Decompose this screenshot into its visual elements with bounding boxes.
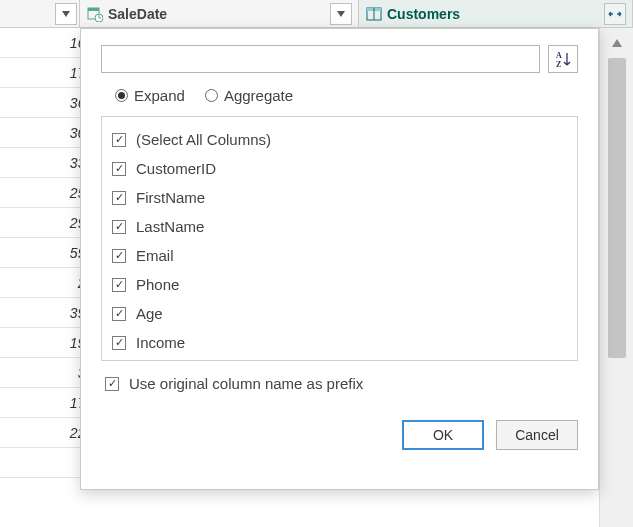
- column-check-item[interactable]: Income: [112, 328, 567, 357]
- checkbox-icon: [105, 377, 119, 391]
- column-name-label: (Select All Columns): [136, 131, 271, 148]
- sort-az-icon: A Z: [554, 50, 572, 68]
- column-name-label: Email: [136, 247, 174, 264]
- table-column-icon: [365, 5, 383, 23]
- svg-rect-1: [88, 8, 99, 11]
- svg-text:Z: Z: [556, 60, 561, 68]
- header-cell-blank: [0, 0, 80, 27]
- radio-expand-label: Expand: [134, 87, 185, 104]
- column-name-label: FirstName: [136, 189, 205, 206]
- checkbox-icon: [112, 336, 126, 350]
- sort-button[interactable]: A Z: [548, 45, 578, 73]
- radio-aggregate-label: Aggregate: [224, 87, 293, 104]
- checkbox-icon: [112, 307, 126, 321]
- column-check-item[interactable]: CustomerID: [112, 154, 567, 183]
- radio-expand[interactable]: Expand: [115, 87, 185, 104]
- header-cell-saledate[interactable]: SaleDate: [80, 0, 359, 27]
- ok-button[interactable]: OK: [402, 420, 484, 450]
- checkbox-icon: [112, 191, 126, 205]
- column-name-label: Age: [136, 305, 163, 322]
- datetime-column-icon: [86, 5, 104, 23]
- checkbox-icon: [112, 278, 126, 292]
- checkbox-icon: [112, 133, 126, 147]
- scroll-up-icon[interactable]: [606, 32, 628, 54]
- chevron-down-icon: [62, 11, 70, 17]
- checkbox-icon: [112, 220, 126, 234]
- radio-aggregate[interactable]: Aggregate: [205, 87, 293, 104]
- svg-text:A: A: [556, 51, 562, 60]
- column-name-label: Phone: [136, 276, 179, 293]
- header-cell-customers[interactable]: Customers: [359, 0, 633, 27]
- column-check-item[interactable]: Age: [112, 299, 567, 328]
- cancel-button[interactable]: Cancel: [496, 420, 578, 450]
- column-check-item[interactable]: FirstName: [112, 183, 567, 212]
- filter-dropdown-button[interactable]: [330, 3, 352, 25]
- column-check-item[interactable]: Email: [112, 241, 567, 270]
- column-check-item[interactable]: Phone: [112, 270, 567, 299]
- vertical-scrollbar[interactable]: [599, 28, 633, 527]
- header-label-saledate: SaleDate: [108, 6, 330, 22]
- expand-column-button[interactable]: [604, 3, 626, 25]
- column-check-item[interactable]: LastName: [112, 212, 567, 241]
- expand-arrows-icon: [608, 9, 622, 19]
- column-name-label: Income: [136, 334, 185, 351]
- dialog-buttons: OK Cancel: [101, 420, 578, 450]
- use-prefix-label: Use original column name as prefix: [129, 375, 363, 392]
- use-prefix-checkbox[interactable]: Use original column name as prefix: [105, 375, 578, 392]
- header-label-customers: Customers: [387, 6, 604, 22]
- scroll-thumb[interactable]: [608, 58, 626, 358]
- column-header-row: SaleDate Customers: [0, 0, 633, 28]
- column-name-label: LastName: [136, 218, 204, 235]
- radio-icon: [115, 89, 128, 102]
- search-columns-input[interactable]: [101, 45, 540, 73]
- columns-checklist: (Select All Columns)CustomerIDFirstNameL…: [101, 116, 578, 361]
- expand-aggregate-radios: Expand Aggregate: [115, 87, 578, 104]
- column-check-item[interactable]: (Select All Columns): [112, 125, 567, 154]
- radio-icon: [205, 89, 218, 102]
- expand-columns-popup: A Z Expand Aggregate (Select All Columns…: [80, 28, 599, 490]
- column-name-label: CustomerID: [136, 160, 216, 177]
- checkbox-icon: [112, 249, 126, 263]
- chevron-down-icon: [337, 11, 345, 17]
- checkbox-icon: [112, 162, 126, 176]
- filter-dropdown-button[interactable]: [55, 3, 77, 25]
